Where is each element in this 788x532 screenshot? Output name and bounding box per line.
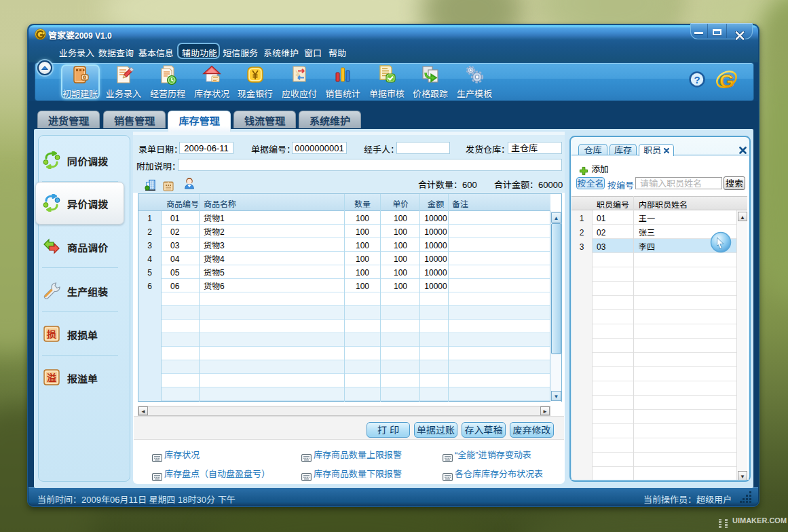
svg-text:溢: 溢	[47, 370, 56, 384]
svg-text:损: 损	[46, 327, 56, 341]
svg-text:?: ?	[694, 74, 700, 86]
